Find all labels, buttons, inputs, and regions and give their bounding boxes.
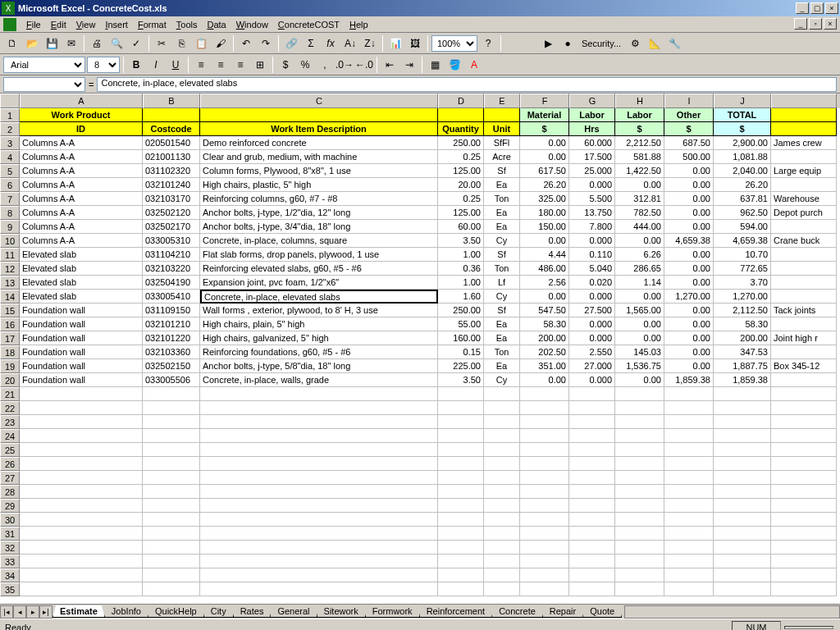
cell-H13[interactable]: 1.14 (615, 276, 664, 290)
name-box[interactable] (3, 77, 85, 92)
cell-A28[interactable] (20, 485, 143, 499)
row-header-23[interactable]: 23 (0, 415, 20, 429)
maximize-button[interactable]: ▢ (810, 2, 824, 14)
cell-B9[interactable]: 032502170 (143, 220, 200, 234)
copy-button[interactable]: ⎘ (172, 34, 190, 52)
cell-H14[interactable]: 0.00 (615, 290, 664, 304)
cell-H10[interactable]: 0.00 (615, 234, 664, 248)
cell-G3[interactable]: 60.000 (569, 136, 615, 150)
cell-D19[interactable]: 225.00 (438, 359, 484, 373)
cell-C28[interactable] (200, 485, 438, 499)
cell-A10[interactable]: Columns A-A (20, 234, 143, 248)
cell-G12[interactable]: 5.040 (569, 262, 615, 276)
cell-G18[interactable]: 2.550 (569, 345, 615, 359)
cell-G11[interactable]: 0.110 (569, 248, 615, 262)
cell-A5[interactable]: Columns A-A (20, 164, 143, 178)
cell-A32[interactable] (20, 541, 143, 555)
cell-A8[interactable]: Columns A-A (20, 206, 143, 220)
cell-D16[interactable]: 55.00 (438, 317, 484, 331)
cell-G10[interactable]: 0.000 (569, 234, 615, 248)
cell-K26[interactable] (771, 457, 837, 471)
cell-A33[interactable] (20, 555, 143, 568)
cell-J30[interactable] (714, 513, 771, 527)
cell-G15[interactable]: 27.500 (569, 304, 615, 317)
fill-color-button[interactable]: 🪣 (445, 56, 463, 74)
cell-H3[interactable]: 2,212.50 (615, 136, 664, 150)
cell-K34[interactable] (771, 568, 837, 582)
cell-A7[interactable]: Columns A-A (20, 192, 143, 206)
cell-D26[interactable] (438, 457, 484, 471)
cell-C23[interactable] (200, 415, 438, 429)
cell-D34[interactable] (438, 568, 484, 582)
row-header-17[interactable]: 17 (0, 331, 20, 345)
cell-G22[interactable] (569, 401, 615, 415)
cell-C29[interactable] (200, 499, 438, 513)
cell-D17[interactable]: 160.00 (438, 331, 484, 345)
cell-D20[interactable]: 3.50 (438, 373, 484, 387)
cell-E6[interactable]: Ea (484, 178, 520, 192)
cell-K14[interactable] (771, 290, 837, 304)
cell-K20[interactable] (771, 373, 837, 387)
cell-H25[interactable] (615, 443, 664, 457)
cell-G14[interactable]: 0.000 (569, 290, 615, 304)
cell-I12[interactable]: 0.00 (664, 262, 714, 276)
sort-asc-button[interactable]: A↓ (341, 34, 359, 52)
cell-D24[interactable] (438, 429, 484, 443)
close-button[interactable]: × (825, 2, 838, 14)
row-header-4[interactable]: 4 (0, 150, 20, 164)
cell-K8[interactable]: Depot purch (771, 206, 837, 220)
row-header-29[interactable]: 29 (0, 499, 20, 513)
cell-A15[interactable]: Foundation wall (20, 304, 143, 317)
cell-H29[interactable] (615, 499, 664, 513)
open-button[interactable]: 📂 (23, 34, 41, 52)
cell-A2[interactable]: ID (20, 122, 143, 136)
cell-C7[interactable]: Reinforcing columns, g60, #7 - #8 (200, 192, 438, 206)
row-header-9[interactable]: 9 (0, 220, 20, 234)
cell-J18[interactable]: 347.53 (714, 345, 771, 359)
row-header-19[interactable]: 19 (0, 359, 20, 373)
cell-K18[interactable] (771, 345, 837, 359)
menu-window[interactable]: Window (231, 18, 273, 31)
cell-B1[interactable] (143, 108, 200, 122)
sheet-tab-quote[interactable]: Quote (582, 605, 622, 618)
cell-A35[interactable] (20, 582, 143, 596)
cell-D15[interactable]: 250.00 (438, 304, 484, 317)
row-header-34[interactable]: 34 (0, 568, 20, 582)
cell-J33[interactable] (714, 555, 771, 568)
cell-F8[interactable]: 180.00 (520, 206, 569, 220)
cell-E26[interactable] (484, 457, 520, 471)
cell-I23[interactable] (664, 415, 714, 429)
cell-A23[interactable] (20, 415, 143, 429)
cell-G13[interactable]: 0.020 (569, 276, 615, 290)
chart-button[interactable]: 📊 (386, 34, 404, 52)
cell-G31[interactable] (569, 527, 615, 541)
cell-H22[interactable] (615, 401, 664, 415)
cell-C11[interactable]: Flat slab forms, drop panels, plywood, 1… (200, 248, 438, 262)
cell-B8[interactable]: 032502120 (143, 206, 200, 220)
email-button[interactable]: ✉ (62, 34, 80, 52)
select-all-corner[interactable] (0, 94, 20, 108)
cell-J24[interactable] (714, 429, 771, 443)
cell-H20[interactable]: 0.00 (615, 373, 664, 387)
cell-I1[interactable]: Other (664, 108, 714, 122)
cell-J34[interactable] (714, 568, 771, 582)
row-header-7[interactable]: 7 (0, 192, 20, 206)
cell-C21[interactable] (200, 387, 438, 401)
cell-G35[interactable] (569, 582, 615, 596)
cell-B2[interactable]: Costcode (143, 122, 200, 136)
cell-E23[interactable] (484, 415, 520, 429)
cell-F28[interactable] (520, 485, 569, 499)
cell-B5[interactable]: 031102320 (143, 164, 200, 178)
borders-button[interactable]: ▦ (426, 56, 444, 74)
cell-J35[interactable] (714, 582, 771, 596)
cell-K1[interactable] (771, 108, 837, 122)
cell-C35[interactable] (200, 582, 438, 596)
cell-H23[interactable] (615, 415, 664, 429)
row-header-35[interactable]: 35 (0, 582, 20, 596)
cell-J5[interactable]: 2,040.00 (714, 164, 771, 178)
row-header-10[interactable]: 10 (0, 234, 20, 248)
cell-H35[interactable] (615, 582, 664, 596)
sheet-tab-formwork[interactable]: Formwork (365, 605, 420, 618)
cell-C20[interactable]: Concrete, in-place, walls, grade (200, 373, 438, 387)
cell-A18[interactable]: Foundation wall (20, 345, 143, 359)
